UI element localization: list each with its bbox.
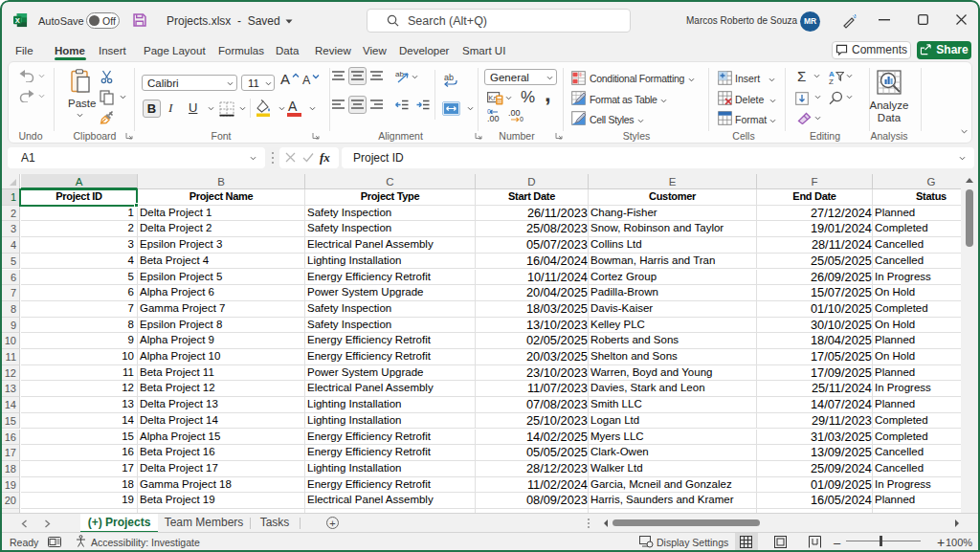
svg-text:ab: ab [444, 73, 454, 82]
svg-text:Z: Z [829, 77, 834, 84]
svg-text:Kл: Kл [489, 95, 498, 101]
svg-text:0: 0 [520, 116, 523, 122]
svg-text:X: X [15, 16, 20, 25]
svg-text:0: 0 [487, 109, 491, 115]
svg-text:.00: .00 [487, 114, 500, 122]
svg-text:.00: .00 [508, 109, 521, 118]
